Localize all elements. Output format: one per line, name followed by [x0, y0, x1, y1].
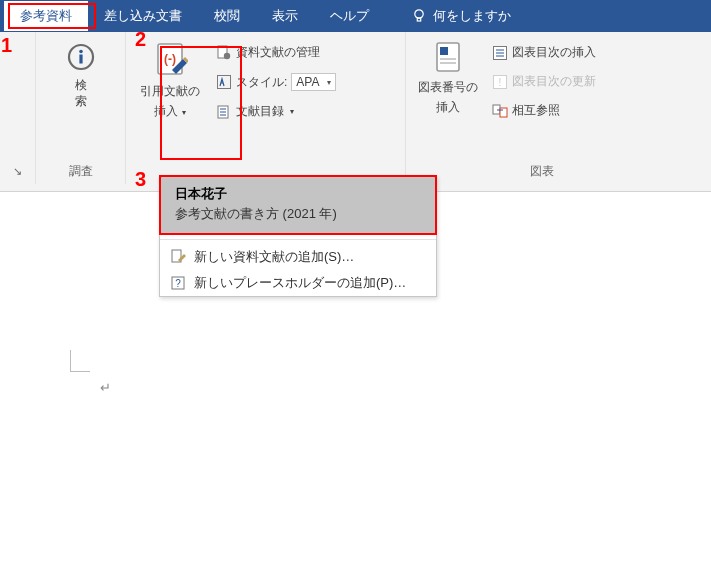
update-table-label: 図表目次の更新 — [512, 73, 596, 90]
group-captions-label: 図表 — [412, 163, 672, 182]
add-new-source-label: 新しい資料文献の追加(S)… — [194, 248, 354, 266]
tab-view[interactable]: 表示 — [256, 1, 314, 31]
table-figures-icon — [492, 45, 508, 61]
cross-reference-button[interactable]: 相互参照 — [490, 100, 598, 121]
insert-table-figures-label: 図表目次の挿入 — [512, 44, 596, 61]
style-value: APA — [296, 75, 319, 89]
tab-mailings[interactable]: 差し込み文書 — [88, 1, 198, 31]
group-citations: (-) 引用文献の 挿入 ▾ 資料文献の管理 — [126, 32, 406, 184]
add-new-placeholder-item[interactable]: ? 新しいプレースホルダーの追加(P)… — [160, 270, 436, 296]
annotation-label-1: 1 — [1, 34, 12, 57]
research-search-label: 検 索 — [75, 78, 87, 109]
cross-ref-icon — [492, 103, 508, 119]
svg-rect-9 — [218, 76, 231, 89]
svg-rect-4 — [79, 55, 82, 64]
style-row: スタイル: APA ▾ — [214, 71, 338, 93]
paragraph-mark: ↵ — [100, 380, 111, 395]
chevron-down-icon: ▾ — [182, 108, 186, 117]
lightbulb-icon — [411, 8, 427, 24]
tab-help[interactable]: ヘルプ — [314, 1, 385, 31]
update-table-button: ! 図表目次の更新 — [490, 71, 598, 92]
annotation-label-3: 3 — [135, 168, 146, 191]
tab-references[interactable]: 参考資料 — [4, 1, 88, 31]
cross-reference-label: 相互参照 — [512, 102, 560, 119]
insert-caption-label1: 図表番号の — [418, 80, 478, 96]
bibliography-icon — [216, 104, 232, 120]
dialog-launcher-icon[interactable]: ↘ — [13, 165, 22, 178]
separator — [160, 239, 436, 240]
ribbon-body: ↘ 検 索 調査 (-) — [0, 32, 711, 192]
add-new-placeholder-label: 新しいプレースホルダーの追加(P)… — [194, 274, 406, 292]
chevron-down-icon: ▾ — [290, 107, 294, 116]
new-placeholder-icon: ? — [170, 275, 186, 291]
citation-item[interactable]: 日本花子 参考文献の書き方 (2021 年) — [159, 175, 437, 235]
tell-me-label: 何をしますか — [433, 7, 511, 25]
citation-author: 日本花子 — [175, 185, 421, 203]
svg-point-3 — [79, 50, 83, 54]
svg-rect-15 — [440, 47, 448, 55]
add-new-source-item[interactable]: 新しい資料文献の追加(S)… — [160, 244, 436, 270]
caption-icon — [432, 40, 464, 76]
update-icon: ! — [492, 74, 508, 90]
group-captions: 図表番号の 挿入 図表目次の挿入 ! 図表目次の更新 — [406, 32, 678, 184]
insert-table-figures-button[interactable]: 図表目次の挿入 — [490, 42, 598, 63]
bibliography-button[interactable]: 文献目録 ▾ — [214, 101, 338, 122]
svg-text:!: ! — [499, 77, 502, 88]
tab-review[interactable]: 校閲 — [198, 1, 256, 31]
new-source-icon — [170, 249, 186, 265]
info-icon — [64, 40, 98, 74]
citation-icon: (-) — [152, 40, 188, 80]
svg-rect-25 — [500, 108, 507, 117]
insert-citation-label1: 引用文献の — [140, 84, 200, 100]
style-label: スタイル: — [236, 74, 287, 91]
manage-sources-button[interactable]: 資料文献の管理 — [214, 42, 338, 63]
insert-caption-button[interactable]: 図表番号の 挿入 — [412, 36, 484, 119]
svg-text:?: ? — [175, 278, 181, 289]
svg-text:(-): (-) — [164, 52, 176, 66]
manage-sources-label: 資料文献の管理 — [236, 44, 320, 61]
svg-point-8 — [224, 52, 230, 58]
citation-work: 参考文献の書き方 (2021 年) — [175, 205, 421, 223]
page-corner-marker — [70, 350, 90, 372]
insert-caption-label2: 挿入 — [436, 100, 460, 116]
tell-me-search[interactable]: 何をしますか — [395, 1, 527, 31]
insert-citation-dropdown: 日本花子 参考文献の書き方 (2021 年) 新しい資料文献の追加(S)… ? … — [159, 175, 437, 297]
insert-citation-label2: 挿入 ▾ — [154, 104, 185, 120]
svg-point-0 — [415, 10, 423, 18]
document-gear-icon — [216, 45, 232, 61]
svg-rect-1 — [417, 18, 420, 21]
annotation-label-2: 2 — [135, 28, 146, 51]
style-icon — [216, 74, 232, 90]
group-research: 検 索 調査 — [36, 32, 126, 184]
research-search-button[interactable]: 検 索 — [58, 36, 104, 113]
style-picker[interactable]: APA ▾ — [291, 73, 336, 91]
group-research-label: 調査 — [42, 163, 119, 182]
ribbon-tabs: 参考資料 差し込み文書 校閲 表示 ヘルプ 何をしますか — [0, 0, 711, 32]
chevron-down-icon: ▾ — [327, 78, 331, 87]
bibliography-label: 文献目録 — [236, 103, 284, 120]
